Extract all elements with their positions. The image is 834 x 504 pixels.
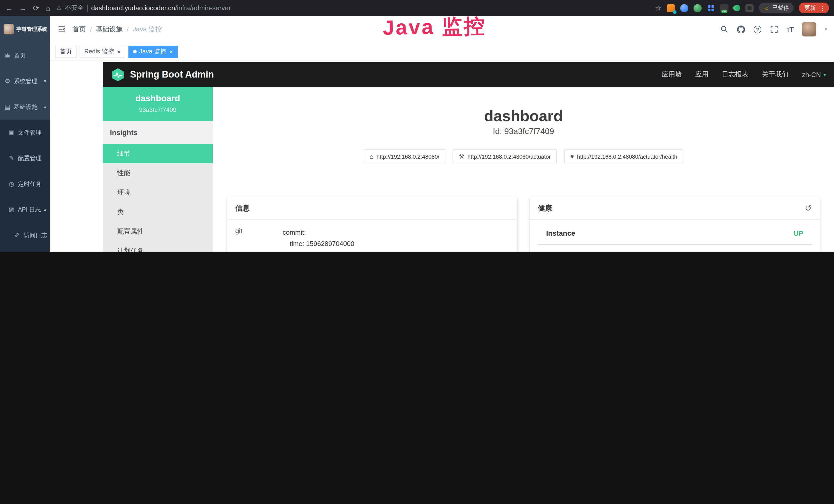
close-icon[interactable]: × xyxy=(169,48,173,55)
avatar-dropdown-caret-icon[interactable]: ▾ xyxy=(825,27,827,32)
sidebar-toggle-icon[interactable] xyxy=(57,25,66,33)
sba-nav-journal[interactable]: 日志报表 xyxy=(722,70,748,79)
page-subtitle: Id: 93a3fc7f7409 xyxy=(227,127,820,136)
card-title: 健康 xyxy=(538,204,552,213)
app-logo-row[interactable]: 芋道管理系统 xyxy=(0,16,50,43)
infrastructure-icon: ▤ xyxy=(4,103,11,110)
sba-nav-applications[interactable]: 应用 xyxy=(695,70,708,79)
wrench-icon: ⚒ xyxy=(459,153,465,160)
sba-nav-wallboard[interactable]: 应用墙 xyxy=(662,70,682,79)
sba-locale-select[interactable]: zh-CN ▾ xyxy=(802,71,826,78)
sba-menu-classes[interactable]: 类 xyxy=(103,202,213,222)
forward-icon[interactable]: → xyxy=(19,4,27,12)
sidebar-item-scheduled-tasks[interactable]: ◷ 定时任务 xyxy=(0,171,50,197)
browser-menu-icon[interactable]: ⋮ xyxy=(819,4,826,12)
extensions-puzzle-icon[interactable] xyxy=(745,4,753,12)
app-title: 芋道管理系统 xyxy=(17,26,47,33)
sidebar-item-label: 配置管理 xyxy=(18,154,42,162)
sba-menu-environment[interactable]: 环境 xyxy=(103,183,213,202)
link-url: http://192.168.0.2:48080/actuator/health xyxy=(577,153,677,159)
heart-icon: ♥ xyxy=(570,153,574,160)
active-tab-dot xyxy=(133,50,137,53)
help-icon[interactable]: ? xyxy=(754,25,762,33)
instance-links: ⌂ http://192.168.0.2:48080/ ⚒ http://192… xyxy=(227,150,820,163)
fullscreen-icon[interactable] xyxy=(770,25,778,33)
sba-nav: 应用墙 应用 日志报表 关于我们 zh-CN ▾ xyxy=(662,70,826,79)
tab-redis-monitor[interactable]: Redis 监控 × xyxy=(80,45,125,58)
extension-icon-proxy-switch[interactable]: on xyxy=(720,4,728,12)
sidebar-item-access-logs[interactable]: ✐ 访问日志 xyxy=(0,222,50,248)
sidebar-item-label: 首页 xyxy=(14,52,26,59)
git-commit-id: id: 27aa832 xyxy=(283,250,354,252)
extension-icon-blue-grid[interactable] xyxy=(707,4,715,12)
bookmark-star-icon[interactable]: ☆ xyxy=(655,4,661,12)
app-header: 首页 / 基础设施 / Java 监控 ? xyxy=(50,16,834,43)
paused-badge[interactable]: ☺已暂停 xyxy=(759,3,794,13)
home-icon: ⌂ xyxy=(370,153,373,160)
sba-insights-submenu: 细节 性能 环境 类 配置属性 计划任务 xyxy=(103,144,213,252)
address-bar[interactable]: ⚠ 不安全 dashboard.yudao.iocoder.cn/infra/a… xyxy=(56,4,649,12)
instance-link-actuator[interactable]: ⚒ http://192.168.0.2:48080/actuator xyxy=(453,150,557,163)
sidebar-item-label: 访问日志 xyxy=(24,231,47,239)
instance-header[interactable]: dashboard 93a3fc7f7409 xyxy=(103,87,213,121)
sidebar-item-system-management[interactable]: ⚙ 系统管理 ▾ xyxy=(0,68,50,94)
chevron-up-icon: ▴ xyxy=(44,104,46,109)
reload-icon[interactable]: ⟳ xyxy=(33,4,39,12)
sidebar-item-home[interactable]: ◉ 首页 xyxy=(0,43,50,68)
sba-menu-details[interactable]: 细节 xyxy=(103,144,213,163)
user-avatar[interactable] xyxy=(802,22,816,37)
sba-brand-title[interactable]: Spring Boot Admin xyxy=(130,69,214,80)
close-icon[interactable]: × xyxy=(117,48,121,55)
health-instance-label: Instance xyxy=(546,229,575,237)
browser-home-icon[interactable]: ⌂ xyxy=(45,4,50,12)
extension-icon-green-circle[interactable] xyxy=(693,4,701,12)
chevron-up-icon: ▴ xyxy=(44,207,46,212)
tab-java-monitor[interactable]: Java 监控 × xyxy=(128,45,177,58)
instance-name: dashboard xyxy=(107,93,208,104)
tab-home[interactable]: 首页 xyxy=(55,45,76,58)
extension-icon-green-leaf[interactable] xyxy=(732,3,742,13)
back-icon[interactable]: ← xyxy=(5,4,13,12)
git-commit-label: commit: xyxy=(283,227,354,238)
breadcrumb-home[interactable]: 首页 xyxy=(72,25,86,34)
instance-link-health[interactable]: ♥ http://192.168.0.2:48080/actuator/heal… xyxy=(564,150,683,163)
sidebar-item-label: 文件管理 xyxy=(18,129,42,136)
proxy-on-badge: on xyxy=(721,9,727,13)
browser-toolbar: ← → ⟳ ⌂ ⚠ 不安全 dashboard.yudao.iocoder.cn… xyxy=(0,0,834,16)
extension-icon-blue-drop[interactable] xyxy=(680,4,688,12)
sidebar-item-file-management[interactable]: ▣ 文件管理 xyxy=(0,120,50,145)
git-commit-time: time: 1596289704000 xyxy=(283,238,354,250)
search-icon[interactable] xyxy=(720,25,729,33)
extension-icon-orange[interactable] xyxy=(666,4,675,12)
font-size-icon[interactable]: TT xyxy=(787,25,794,33)
sidebar-item-config-management[interactable]: ✎ 配置管理 xyxy=(0,145,50,171)
sidebar-item-error-logs[interactable]: ⊠ 错误日志 xyxy=(0,248,50,252)
sba-menu-scheduled-tasks[interactable]: 计划任务 xyxy=(103,241,213,252)
extension-badge xyxy=(673,10,676,14)
sba-main: dashboard Id: 93a3fc7f7409 ⌂ http://192.… xyxy=(213,87,834,252)
sidebar-item-infrastructure[interactable]: ▤ 基础设施 ▴ xyxy=(0,94,50,120)
chrome-update-button[interactable]: 更新⋮ xyxy=(799,3,829,13)
app-shell: 芋道管理系统 ◉ 首页 ⚙ 系统管理 ▾ ▤ 基础设施 ▴ ▣ xyxy=(0,16,834,252)
cards-grid: 信息 git commit: time: 1596289704000 id: 2… xyxy=(227,197,820,252)
info-value: commit: time: 1596289704000 id: 27aa832 … xyxy=(283,227,354,252)
history-icon[interactable]: ↺ xyxy=(805,203,812,213)
sba-menu-performance[interactable]: 性能 xyxy=(103,163,213,183)
sidebar-item-label: 定时任务 xyxy=(18,180,42,188)
instance-id: 93a3fc7f7409 xyxy=(107,106,208,113)
sba-menu-insights[interactable]: Insights xyxy=(103,121,213,144)
instance-link-home[interactable]: ⌂ http://192.168.0.2:48080/ xyxy=(364,150,445,163)
health-row[interactable]: Instance UP xyxy=(538,229,812,245)
breadcrumb-separator: / xyxy=(90,25,92,33)
url-text[interactable]: dashboard.yudao.iocoder.cn/infra/admin-s… xyxy=(91,4,231,12)
sba-nav-about[interactable]: 关于我们 xyxy=(762,70,789,79)
sba-menu-config-props[interactable]: 配置属性 xyxy=(103,222,213,241)
sidebar-item-api-logs[interactable]: ▨ API 日志 ▴ xyxy=(0,197,50,222)
github-icon[interactable] xyxy=(737,25,746,33)
security-label[interactable]: 不安全 xyxy=(65,4,84,12)
app-logo-image xyxy=(4,24,14,35)
chevron-down-icon: ▾ xyxy=(824,72,826,77)
screen: ← → ⟳ ⌂ ⚠ 不安全 dashboard.yudao.iocoder.cn… xyxy=(0,0,834,252)
breadcrumb-infrastructure[interactable]: 基础设施 xyxy=(96,25,123,34)
breadcrumb: 首页 / 基础设施 / Java 监控 xyxy=(72,25,162,34)
